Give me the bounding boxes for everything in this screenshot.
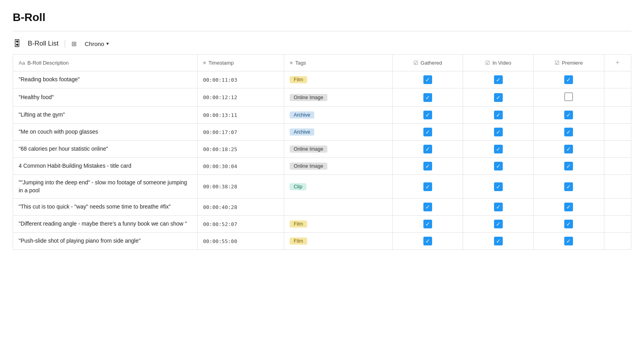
cell-desc: ""Jumping into the deep end" - slow mo f… — [13, 175, 198, 199]
checkbox-unchecked-icon[interactable] — [564, 92, 573, 101]
checkbox-checked-icon[interactable]: ✓ — [423, 203, 432, 211]
page-title: B-Roll — [13, 11, 631, 24]
checkbox-checked-icon[interactable]: ✓ — [494, 182, 503, 191]
checkbox-checked-icon[interactable]: ✓ — [423, 182, 432, 191]
table-row: "Reading books footage"00:00:11:03Film✓✓… — [13, 71, 631, 88]
cell-tag: Archive — [284, 107, 392, 124]
cell-gathered[interactable]: ✓ — [392, 158, 463, 175]
tag-pill: Film — [290, 237, 307, 245]
cell-plus — [604, 141, 631, 158]
cell-timestamp: 00:00:38:28 — [197, 175, 284, 199]
checkbox-checked-icon[interactable]: ✓ — [564, 75, 573, 84]
cell-gathered[interactable]: ✓ — [392, 199, 463, 216]
checkbox-checked-icon[interactable]: ✓ — [423, 128, 432, 136]
cell-premiere[interactable] — [533, 88, 604, 107]
cell-tag: Archive — [284, 124, 392, 141]
cell-invideo[interactable]: ✓ — [463, 141, 534, 158]
checkbox-checked-icon[interactable]: ✓ — [564, 182, 573, 191]
desc-col-icon: Aa — [19, 60, 25, 66]
cell-gathered[interactable]: ✓ — [392, 88, 463, 107]
cell-plus — [604, 199, 631, 216]
cell-gathered[interactable]: ✓ — [392, 141, 463, 158]
cell-premiere[interactable]: ✓ — [533, 233, 604, 250]
cell-invideo[interactable]: ✓ — [463, 71, 534, 88]
cell-gathered[interactable]: ✓ — [392, 216, 463, 233]
page-container: B-Roll 🎛 B-Roll List ⊞ Chrono ▾ Aa B-Rol… — [0, 0, 644, 261]
title-divider — [13, 31, 631, 31]
checkbox-checked-icon[interactable]: ✓ — [564, 203, 573, 211]
checkbox-checked-icon[interactable]: ✓ — [423, 145, 432, 153]
checkbox-checked-icon[interactable]: ✓ — [564, 145, 573, 153]
checkbox-checked-icon[interactable]: ✓ — [494, 75, 503, 84]
checkbox-checked-icon[interactable]: ✓ — [564, 220, 573, 228]
cell-invideo[interactable]: ✓ — [463, 216, 534, 233]
checkbox-checked-icon[interactable]: ✓ — [423, 111, 432, 119]
table-row: "Healthy food"00:00:12:12Online Image✓✓ — [13, 88, 631, 107]
checkbox-checked-icon[interactable]: ✓ — [423, 237, 432, 245]
cell-timestamp: 00:00:30:04 — [197, 158, 284, 175]
cell-premiere[interactable]: ✓ — [533, 199, 604, 216]
cell-desc: "Lifting at the gym" — [13, 107, 198, 124]
cell-invideo[interactable]: ✓ — [463, 233, 534, 250]
tag-pill: Archive — [290, 111, 314, 119]
checkbox-checked-icon[interactable]: ✓ — [423, 220, 432, 228]
cell-desc: "This cut is too quick - "way" needs som… — [13, 199, 198, 216]
checkbox-checked-icon[interactable]: ✓ — [494, 93, 503, 102]
checkbox-checked-icon[interactable]: ✓ — [564, 162, 573, 170]
col-tags-label: Tags — [295, 60, 306, 66]
invideo-col-icon: ☑ — [485, 60, 490, 66]
premiere-col-icon: ☑ — [555, 60, 559, 66]
cell-gathered[interactable]: ✓ — [392, 71, 463, 88]
broll-table: Aa B-Roll Description ≡ Timestamp ≡ Tags — [13, 54, 631, 250]
checkbox-checked-icon[interactable]: ✓ — [564, 237, 573, 245]
cell-premiere[interactable]: ✓ — [533, 216, 604, 233]
cell-premiere[interactable]: ✓ — [533, 141, 604, 158]
cell-invideo[interactable]: ✓ — [463, 88, 534, 107]
cell-gathered[interactable]: ✓ — [392, 233, 463, 250]
cell-desc: "Me on couch with poop glasses — [13, 124, 198, 141]
add-column-button[interactable]: + — [615, 59, 620, 67]
chrono-view-button[interactable]: Chrono ▾ — [83, 40, 110, 48]
cell-plus — [604, 71, 631, 88]
checkbox-checked-icon[interactable]: ✓ — [564, 128, 573, 136]
table-row: "Push-slide shot of playing piano from s… — [13, 233, 631, 250]
col-header-invideo: ☑ In Video — [463, 55, 534, 71]
checkbox-checked-icon[interactable]: ✓ — [564, 111, 573, 119]
cell-gathered[interactable]: ✓ — [392, 175, 463, 199]
cell-desc: "68 calories per hour statistic online" — [13, 141, 198, 158]
checkbox-checked-icon[interactable]: ✓ — [494, 220, 503, 228]
table-body: "Reading books footage"00:00:11:03Film✓✓… — [13, 71, 631, 250]
cell-invideo[interactable]: ✓ — [463, 124, 534, 141]
cell-plus — [604, 175, 631, 199]
cell-premiere[interactable]: ✓ — [533, 158, 604, 175]
tag-pill: Clip — [290, 183, 306, 190]
table-row: "Me on couch with poop glasses00:00:17:0… — [13, 124, 631, 141]
col-invideo-label: In Video — [492, 60, 511, 66]
cell-desc: "Push-slide shot of playing piano from s… — [13, 233, 198, 250]
checkbox-checked-icon[interactable]: ✓ — [494, 237, 503, 245]
cell-premiere[interactable]: ✓ — [533, 107, 604, 124]
col-header-plus: + — [604, 55, 631, 71]
cell-premiere[interactable]: ✓ — [533, 124, 604, 141]
cell-gathered[interactable]: ✓ — [392, 124, 463, 141]
col-header-desc: Aa B-Roll Description — [13, 55, 198, 71]
table-row: "68 calories per hour statistic online"0… — [13, 141, 631, 158]
cell-invideo[interactable]: ✓ — [463, 158, 534, 175]
checkbox-checked-icon[interactable]: ✓ — [494, 145, 503, 153]
cell-premiere[interactable]: ✓ — [533, 71, 604, 88]
cell-plus — [604, 88, 631, 107]
checkbox-checked-icon[interactable]: ✓ — [494, 162, 503, 170]
checkbox-checked-icon[interactable]: ✓ — [423, 162, 432, 170]
chrono-label: Chrono — [85, 40, 104, 47]
cell-invideo[interactable]: ✓ — [463, 199, 534, 216]
checkbox-checked-icon[interactable]: ✓ — [423, 75, 432, 84]
cell-gathered[interactable]: ✓ — [392, 107, 463, 124]
broll-icon: 🎛 — [13, 38, 21, 49]
cell-premiere[interactable]: ✓ — [533, 175, 604, 199]
checkbox-checked-icon[interactable]: ✓ — [423, 93, 432, 102]
checkbox-checked-icon[interactable]: ✓ — [494, 203, 503, 211]
checkbox-checked-icon[interactable]: ✓ — [494, 111, 503, 119]
cell-invideo[interactable]: ✓ — [463, 175, 534, 199]
checkbox-checked-icon[interactable]: ✓ — [494, 128, 503, 136]
cell-invideo[interactable]: ✓ — [463, 107, 534, 124]
